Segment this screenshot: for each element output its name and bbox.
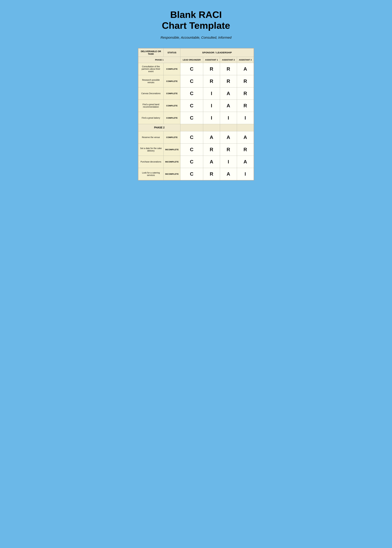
raci-a1: A	[203, 131, 220, 143]
table-header-row-2: PHASE 1 LEAD ORGANIZER ASSISTANT 1 ASSIS…	[138, 57, 254, 63]
raci-a3: A	[237, 63, 254, 75]
table-row: Reserve the venue COMPLETE C A A A	[138, 131, 254, 143]
task-name: Consultation of the partners about their…	[138, 63, 164, 75]
raci-table-wrapper: DELIVERABLE OR TASK STATUS SPONSOR / LEA…	[138, 48, 254, 180]
status-cell: COMPLETE	[164, 131, 180, 143]
table-row: Consultation of the partners about their…	[138, 63, 254, 75]
raci-a2: R	[220, 143, 237, 156]
table-row: Purchase decorations INCOMPLETE C A I A	[138, 156, 254, 168]
table-row: Look for a catering services INCOMPLETE …	[138, 168, 254, 180]
raci-lead: C	[180, 143, 203, 156]
raci-a3: I	[237, 112, 254, 124]
task-name: Find a great band recommendation	[138, 99, 164, 112]
status-cell: COMPLETE	[164, 75, 180, 87]
raci-a2: I	[220, 112, 237, 124]
raci-a1: I	[203, 87, 220, 99]
table-header-row-1: DELIVERABLE OR TASK STATUS SPONSOR / LEA…	[138, 48, 254, 57]
task-name: Find a great bakery	[138, 112, 164, 124]
raci-a2: A	[220, 99, 237, 112]
header-phase-label: PHASE 1	[138, 57, 180, 63]
page-title: Blank RACI Chart Template	[162, 9, 230, 31]
raci-lead: C	[180, 156, 203, 168]
task-name: Purchase decorations	[138, 156, 164, 168]
task-name: Canvas Decorations	[138, 87, 164, 99]
table-row: Research possible venues COMPLETE C R R …	[138, 75, 254, 87]
table-row: Find a great bakery COMPLETE C I I I	[138, 112, 254, 124]
raci-a3: A	[237, 156, 254, 168]
raci-lead: C	[180, 168, 203, 180]
raci-a3: R	[237, 99, 254, 112]
header-assistant2: ASSISTANT 2	[220, 57, 237, 63]
raci-a3: R	[237, 87, 254, 99]
table-row: Find a great band recommendation COMPLET…	[138, 99, 254, 112]
status-cell: COMPLETE	[164, 99, 180, 112]
header-assistant1: ASSISTANT 1	[203, 57, 220, 63]
task-name: Reserve the venue	[138, 131, 164, 143]
raci-a3: R	[237, 143, 254, 156]
status-cell: INCOMPLETE	[164, 156, 180, 168]
raci-lead: C	[180, 87, 203, 99]
raci-a2: A	[220, 87, 237, 99]
page-container: Blank RACI Chart Template Responsible, A…	[138, 9, 254, 180]
task-name: Set a date for the cake delivery	[138, 143, 164, 156]
phase2-label: PHASE 2	[138, 124, 180, 131]
raci-a3: I	[237, 168, 254, 180]
status-cell: COMPLETE	[164, 63, 180, 75]
header-deliverable: DELIVERABLE OR TASK	[138, 48, 164, 57]
raci-lead: C	[180, 75, 203, 87]
table-row: Set a date for the cake delivery INCOMPL…	[138, 143, 254, 156]
task-name: Research possible venues	[138, 75, 164, 87]
raci-a2: R	[220, 63, 237, 75]
header-lead: LEAD ORGANIZER	[180, 57, 203, 63]
raci-lead: C	[180, 63, 203, 75]
status-cell: COMPLETE	[164, 87, 180, 99]
raci-a1: I	[203, 112, 220, 124]
raci-a1: R	[203, 63, 220, 75]
status-cell: INCOMPLETE	[164, 143, 180, 156]
phase2-header-row: PHASE 2	[138, 124, 254, 131]
raci-a1: R	[203, 75, 220, 87]
table-row: Canvas Decorations COMPLETE C I A R	[138, 87, 254, 99]
raci-lead: C	[180, 131, 203, 143]
header-sponsor: SPONSOR / LEADERSHIP	[180, 48, 254, 57]
header-assistant3: ASSISTANT 3	[237, 57, 254, 63]
raci-a1: I	[203, 99, 220, 112]
raci-a3: R	[237, 75, 254, 87]
raci-a2: R	[220, 75, 237, 87]
raci-a1: A	[203, 156, 220, 168]
raci-a2: A	[220, 131, 237, 143]
raci-lead: C	[180, 112, 203, 124]
raci-table: DELIVERABLE OR TASK STATUS SPONSOR / LEA…	[138, 48, 254, 180]
raci-a2: I	[220, 156, 237, 168]
status-cell: INCOMPLETE	[164, 168, 180, 180]
raci-a1: R	[203, 168, 220, 180]
raci-a3: A	[237, 131, 254, 143]
raci-a1: R	[203, 143, 220, 156]
status-cell: COMPLETE	[164, 112, 180, 124]
raci-lead: C	[180, 99, 203, 112]
task-name: Look for a catering services	[138, 168, 164, 180]
subtitle: Responsible, Accountable, Consulted, Inf…	[161, 36, 231, 40]
raci-a2: A	[220, 168, 237, 180]
header-status: STATUS	[164, 48, 180, 57]
